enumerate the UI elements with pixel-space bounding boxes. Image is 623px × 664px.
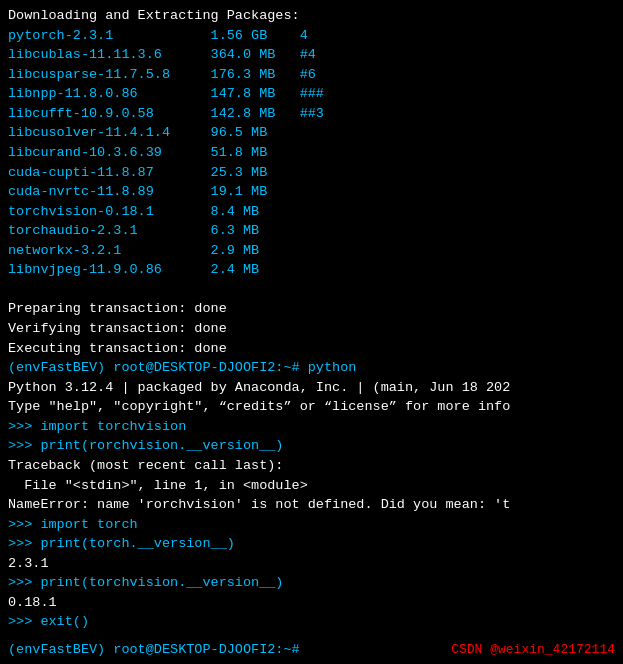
line-2: libcublas-11.11.3.6 364.0 MB #4 (8, 45, 615, 65)
line-30: 0.18.1 (8, 593, 615, 613)
line-16: Verifying transaction: done (8, 319, 615, 339)
line-13: libnvjpeg-11.9.0.86 2.4 MB (8, 260, 615, 280)
line-0: Downloading and Extracting Packages: (8, 6, 615, 26)
line-4: libnpp-11.8.0.86 147.8 MB ### (8, 84, 615, 104)
line-28: 2.3.1 (8, 554, 615, 574)
line-7: libcurand-10.3.6.39 51.8 MB (8, 143, 615, 163)
line-20: Type "help", "copyright", “credits” or “… (8, 397, 615, 417)
line-9: cuda-nvrtc-11.8.89 19.1 MB (8, 182, 615, 202)
line-31: >>> exit() (8, 612, 615, 632)
line-25: NameError: name 'rorchvision' is not def… (8, 495, 615, 515)
line-18: (envFastBEV) root@DESKTOP-DJOOFI2:~# pyt… (8, 358, 615, 378)
line-8: cuda-cupti-11.8.87 25.3 MB (8, 163, 615, 183)
line-12: networkx-3.2.1 2.9 MB (8, 241, 615, 261)
terminal-window: Downloading and Extracting Packages: pyt… (0, 0, 623, 664)
line-24: File "<stdin>", line 1, in <module> (8, 476, 615, 496)
line-23: Traceback (most recent call last): (8, 456, 615, 476)
line-3: libcusparse-11.7.5.8 176.3 MB #6 (8, 65, 615, 85)
line-15: Preparing transaction: done (8, 299, 615, 319)
bottom-bar: (envFastBEV) root@DESKTOP-DJOOFI2:~# CSD… (0, 636, 623, 664)
line-26: >>> import torch (8, 515, 615, 535)
line-1: pytorch-2.3.1 1.56 GB 4 (8, 26, 615, 46)
line-11: torchaudio-2.3.1 6.3 MB (8, 221, 615, 241)
line-19: Python 3.12.4 | packaged by Anaconda, In… (8, 378, 615, 398)
line-6: libcusolver-11.4.1.4 96.5 MB (8, 123, 615, 143)
line-14 (8, 280, 615, 300)
line-10: torchvision-0.18.1 8.4 MB (8, 202, 615, 222)
line-22: >>> print(rorchvision.__version__) (8, 436, 615, 456)
line-17: Executing transaction: done (8, 339, 615, 359)
line-21: >>> import torchvision (8, 417, 615, 437)
csdn-badge: CSDN @weixin_42172114 (451, 641, 615, 660)
line-29: >>> print(torchvision.__version__) (8, 573, 615, 593)
line-5: libcufft-10.9.0.58 142.8 MB ##3 (8, 104, 615, 124)
line-27: >>> print(torch.__version__) (8, 534, 615, 554)
terminal-output: Downloading and Extracting Packages: pyt… (8, 6, 615, 632)
bottom-prompt: (envFastBEV) root@DESKTOP-DJOOFI2:~# (8, 640, 300, 660)
